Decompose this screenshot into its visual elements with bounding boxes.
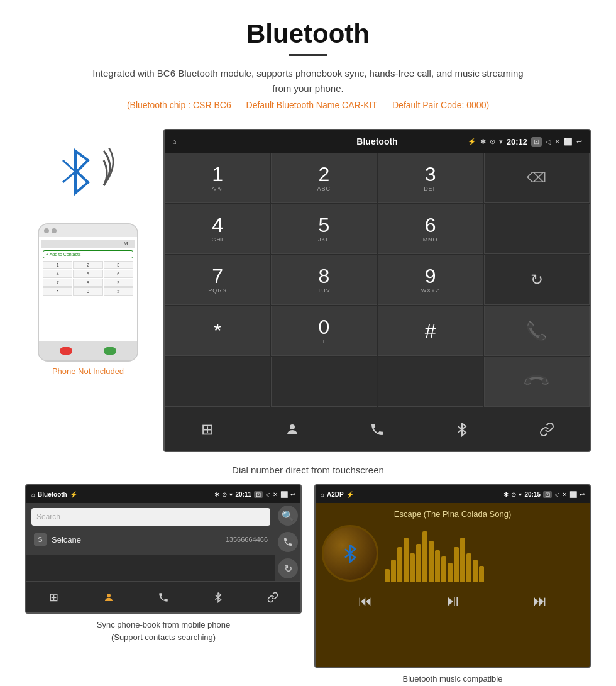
visualizer-bar: [466, 553, 471, 582]
music-status-bar: ⌂ A2DP ⚡ ✱ ⊙ ▾ 20:15 ⊡ ◁ ✕ ⬜ ↩: [316, 485, 590, 503]
visualizer-bar: [479, 566, 484, 582]
phone-key-3: 3: [104, 261, 133, 269]
phonebook-main: Search S Seicane 13566664466: [26, 503, 275, 581]
ms-back-icon: ↩: [580, 491, 585, 498]
phonebook-side-icons: 🔍 ↻: [275, 503, 300, 581]
dial-key-8[interactable]: 8 TUV: [271, 255, 377, 305]
header-description: Integrated with BC6 Bluetooth module, su…: [88, 66, 528, 96]
phonebook-content-row: Search S Seicane 13566664466 🔍: [26, 503, 300, 581]
dial-end-btn[interactable]: 📞: [484, 357, 590, 407]
contact-row[interactable]: S Seicane 13566664466: [31, 529, 270, 550]
dial-delete-btn[interactable]: ⌫: [484, 153, 590, 203]
music-visualizer: [385, 525, 583, 582]
visualizer-bar: [391, 560, 396, 582]
dial-key-star[interactable]: *: [165, 306, 270, 356]
pb-cam-icon: ⊡: [254, 491, 263, 498]
dial-empty-1: [484, 204, 590, 254]
dial-key-9[interactable]: 9 WXYZ: [378, 255, 483, 305]
phone-keypad: 1 2 3 4 5 6 7 8 9 * 0 #: [41, 260, 135, 297]
pb-nav-bt[interactable]: [191, 582, 246, 612]
nav-link-icon[interactable]: [505, 407, 590, 451]
pb-title: Bluetooth: [38, 491, 67, 498]
call-icon: 📞: [525, 321, 547, 341]
dial-key-1[interactable]: 1 ∿∿: [165, 153, 270, 203]
phone-key-6: 6: [104, 270, 133, 278]
visualizer-bar: [435, 550, 440, 582]
phonebook-block: ⌂ Bluetooth ⚡ ✱ ⊙ ▾ 20:11 ⊡ ◁ ✕ ⬜ ↩: [25, 484, 302, 686]
dial-call-btn[interactable]: 📞: [484, 306, 590, 356]
nav-dialpad-icon[interactable]: ⊞: [165, 407, 250, 451]
side-reload-btn[interactable]: ↻: [278, 558, 298, 578]
pb-nav-dialpad[interactable]: ⊞: [26, 582, 81, 612]
dial-reload-btn[interactable]: ↻: [484, 255, 590, 305]
visualizer-bar: [429, 541, 434, 582]
ms-title: A2DP: [327, 491, 344, 498]
svg-marker-0: [75, 151, 88, 193]
phonebook-screen: ⌂ Bluetooth ⚡ ✱ ⊙ ▾ 20:11 ⊡ ◁ ✕ ⬜ ↩: [25, 484, 302, 614]
pb-nav-contacts[interactable]: [81, 582, 136, 612]
dial-key-hash[interactable]: #: [378, 306, 483, 356]
dial-grid: 1 ∿∿ 2 ABC 3 DEF ⌫ 4 GHI 5 JKL: [165, 153, 590, 407]
dial-key-4[interactable]: 4 GHI: [165, 204, 270, 254]
ms-close-icon: ✕: [562, 491, 567, 498]
dial-caption: Dial number direct from touchscreen: [0, 458, 616, 478]
phonebook-bottom-nav: ⊞: [26, 581, 300, 612]
phone-key-star: *: [43, 287, 72, 296]
side-search-btn[interactable]: 🔍: [278, 506, 298, 526]
phone-bottom-bar: [39, 341, 137, 360]
pb-close-icon: ✕: [273, 491, 278, 498]
status-bar: ⌂ Bluetooth ⚡ ✱ ⊙ ▾ 20:12 ⊡ ◁ ✕ ⬜ ↩: [165, 130, 590, 153]
ms-signal-icon: ▾: [519, 491, 522, 498]
visualizer-bar: [460, 538, 465, 582]
dial-key-6[interactable]: 6 MNO: [378, 204, 483, 254]
ms-usb-icon: ⚡: [346, 491, 354, 498]
svg-line-3: [63, 172, 75, 182]
phone-key-0: 0: [73, 287, 102, 296]
spec-chip: (Bluetooth chip : CSR BC6: [127, 100, 231, 110]
back-icon: ↩: [576, 138, 582, 146]
pb-home-icon: ⌂: [31, 491, 35, 498]
side-call-btn[interactable]: [278, 532, 298, 552]
visualizer-bar: [448, 563, 453, 582]
dial-key-2[interactable]: 2 ABC: [271, 153, 377, 203]
nav-contacts-icon[interactable]: [250, 407, 334, 451]
nav-phone-icon[interactable]: [334, 407, 419, 451]
contact-letter: S: [34, 533, 47, 546]
visualizer-bar: [422, 531, 427, 582]
phone-key-2: 2: [73, 261, 102, 269]
visualizer-bar: [397, 547, 402, 582]
dial-key-5[interactable]: 5 JKL: [271, 204, 377, 254]
phone-key-hash: #: [104, 287, 133, 296]
phone-side: M... + Add to Contacts 1 2 3 4 5 6 7 8 9…: [25, 129, 151, 376]
phone-mockup: M... + Add to Contacts 1 2 3 4 5 6 7 8 9…: [38, 223, 138, 362]
dial-key-7[interactable]: 7 PQRS: [165, 255, 270, 305]
pb-time: 20:11: [235, 491, 251, 498]
prev-btn[interactable]: ⏮: [358, 593, 372, 609]
dial-key-3[interactable]: 3 DEF: [378, 153, 483, 203]
status-left: ⌂: [172, 138, 356, 145]
nav-bluetooth-icon[interactable]: [420, 407, 505, 451]
pb-usb-icon: ⚡: [70, 491, 77, 498]
pb-nav-phone[interactable]: [136, 582, 190, 612]
close-icon: ✕: [554, 138, 560, 146]
window-icon: ⬜: [564, 138, 573, 146]
ms-time: 20:15: [524, 491, 541, 498]
pb-vol-icon: ◁: [265, 491, 270, 498]
search-placeholder: Search: [36, 512, 60, 521]
contact-number: 13566664466: [226, 536, 268, 543]
dial-key-0[interactable]: 0 +: [271, 306, 377, 356]
phonebook-search-bar[interactable]: Search: [31, 508, 270, 526]
svg-point-5: [107, 594, 111, 597]
play-pause-btn[interactable]: ⏯: [444, 591, 461, 611]
ms-cam-icon: ⊡: [543, 491, 552, 498]
next-btn[interactable]: ⏭: [533, 593, 547, 609]
status-right: ⚡ ✱ ⊙ ▾ 20:12 ⊡ ◁ ✕ ⬜ ↩: [398, 137, 582, 147]
bluetooth-icon-wrapper: [50, 148, 126, 211]
visualizer-bar: [473, 560, 478, 582]
phone-dot-2: [52, 228, 57, 233]
vol-icon: ◁: [546, 138, 551, 146]
svg-point-4: [290, 424, 295, 429]
dial-empty-3: [271, 357, 377, 407]
pb-nav-link[interactable]: [246, 582, 300, 612]
visualizer-bar: [441, 556, 446, 582]
